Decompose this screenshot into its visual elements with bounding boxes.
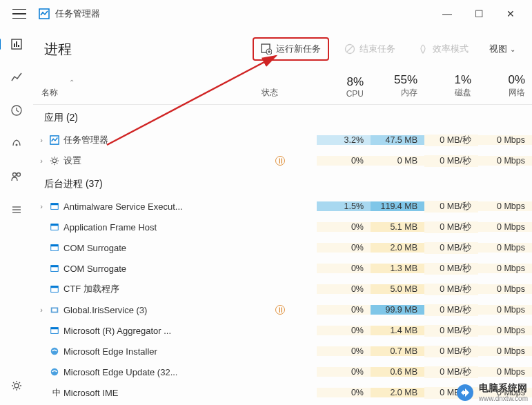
end-task-icon — [344, 43, 355, 55]
memory-cell: 0.6 MB — [371, 367, 424, 377]
cpu-cell: 0% — [317, 284, 371, 294]
process-name: COM Surrogate — [63, 243, 275, 253]
network-cell: 0 Mbps — [478, 284, 532, 294]
memory-cell: 99.9 MB — [371, 305, 424, 315]
process-name: Microsoft (R) Aggregator ... — [63, 326, 275, 336]
menu-icon[interactable] — [12, 7, 26, 21]
disk-cell: 0 MB/秒 — [424, 155, 478, 167]
memory-cell: 5.0 MB — [371, 284, 424, 294]
cpu-cell: 0% — [317, 326, 371, 335]
table-row[interactable]: COM Surrogate0%1.3 MB0 MB/秒0 Mbps — [33, 258, 532, 279]
svg-point-36 — [51, 368, 59, 376]
svg-point-20 — [52, 159, 56, 162]
process-icon — [50, 305, 63, 315]
network-cell: 0 Mbps — [478, 156, 532, 166]
svg-rect-30 — [51, 286, 59, 288]
sidebar-startup[interactable] — [8, 135, 25, 152]
svg-rect-34 — [51, 328, 59, 330]
process-name: 设置 — [63, 155, 275, 167]
network-cell: 0 Mbps — [478, 367, 532, 377]
table-row[interactable]: Application Frame Host0%5.1 MB0 MB/秒0 Mb… — [33, 217, 532, 237]
disk-cell: 0 MB/秒 — [424, 242, 478, 254]
svg-point-8 — [17, 173, 21, 177]
table-row[interactable]: ›任务管理器3.2%47.5 MB0 MB/秒0 Mbps — [33, 130, 532, 150]
table-row[interactable]: ›Antimalware Service Execut...1.5%119.4 … — [33, 196, 532, 217]
process-icon — [50, 201, 63, 211]
col-disk-header[interactable]: 1%磁盘 — [417, 73, 471, 99]
disk-cell: 0 MB/秒 — [424, 263, 478, 275]
table-row[interactable]: ›Global.IrisService (3)⏸0%99.9 MB0 MB/秒0… — [33, 299, 532, 320]
col-name-header[interactable]: ⌃ 名称 — [36, 77, 262, 99]
process-icon — [50, 264, 63, 273]
end-task-label: 结束任务 — [359, 43, 395, 55]
sidebar-performance[interactable] — [8, 69, 25, 86]
network-cell: 0 Mbps — [478, 305, 532, 315]
memory-cell: 47.5 MB — [371, 135, 424, 145]
svg-rect-28 — [51, 266, 59, 268]
svg-rect-32 — [52, 308, 57, 311]
col-memory-header[interactable]: 55%内存 — [364, 73, 417, 99]
minimize-button[interactable]: — — [431, 3, 463, 25]
memory-cell: 0 MB — [371, 156, 424, 166]
cpu-cell: 0% — [317, 264, 371, 273]
cpu-cell: 1.5% — [317, 201, 371, 211]
sidebar-processes[interactable] — [8, 36, 25, 52]
cpu-cell: 0% — [317, 156, 371, 166]
process-icon — [50, 326, 63, 335]
app-title: 任务管理器 — [55, 8, 100, 20]
sidebar-details[interactable] — [8, 201, 25, 218]
process-name: CTF 加载程序 — [63, 283, 275, 295]
cpu-cell: 0% — [317, 346, 371, 356]
memory-cell: 2.0 MB — [371, 388, 424, 397]
run-task-icon — [261, 43, 272, 55]
watermark-sub: www.dnxtw.com — [479, 395, 528, 402]
watermark-icon — [455, 383, 475, 402]
table-row[interactable]: CTF 加载程序0%5.0 MB0 MB/秒0 Mbps — [33, 279, 532, 299]
table-row[interactable]: Microsoft (R) Aggregator ...0%1.4 MB0 MB… — [33, 320, 532, 341]
group-apps: 应用 (2) — [33, 105, 532, 130]
col-cpu-header[interactable]: 8%CPU — [310, 75, 364, 99]
process-list[interactable]: 应用 (2) ›任务管理器3.2%47.5 MB0 MB/秒0 Mbps›设置⏸… — [33, 105, 532, 405]
table-row[interactable]: COM Surrogate0%2.0 MB0 MB/秒0 Mbps — [33, 237, 532, 258]
svg-point-12 — [14, 384, 19, 388]
process-icon: 中 — [50, 387, 63, 399]
view-dropdown[interactable]: 视图 ⌄ — [484, 40, 521, 58]
disk-cell: 0 MB/秒 — [424, 221, 478, 233]
end-task-button[interactable]: 结束任务 — [337, 39, 402, 59]
sidebar-history[interactable] — [8, 102, 25, 119]
efficiency-mode-button[interactable]: 效率模式 — [411, 39, 475, 59]
table-row[interactable]: ›设置⏸0%0 MB0 MB/秒0 Mbps — [33, 150, 532, 171]
expand-toggle[interactable]: › — [33, 136, 50, 144]
watermark: 电脑系统网www.dnxtw.com — [455, 382, 528, 402]
disk-cell: 0 MB/秒 — [424, 366, 478, 378]
process-icon — [50, 243, 63, 253]
run-new-task-button[interactable]: 运行新任务 — [253, 37, 329, 61]
expand-toggle[interactable]: › — [33, 306, 50, 314]
network-cell: 0 Mbps — [478, 243, 532, 253]
disk-cell: 0 MB/秒 — [424, 201, 478, 213]
sidebar-settings[interactable] — [8, 377, 25, 394]
sidebar — [0, 28, 33, 405]
network-cell: 0 Mbps — [478, 264, 532, 273]
close-button[interactable]: ✕ — [495, 3, 526, 25]
page-title: 进程 — [44, 40, 72, 59]
process-name: Global.IrisService (3) — [63, 305, 275, 315]
efficiency-icon — [417, 43, 428, 55]
svg-rect-24 — [51, 224, 59, 226]
disk-cell: 0 MB/秒 — [424, 325, 478, 337]
maximize-button[interactable]: ☐ — [463, 3, 495, 25]
expand-toggle[interactable]: › — [33, 202, 50, 210]
memory-cell: 2.0 MB — [371, 243, 424, 253]
svg-point-35 — [51, 348, 59, 355]
network-cell: 0 Mbps — [478, 222, 532, 232]
table-row[interactable]: Microsoft Edge Update (32...0%0.6 MB0 MB… — [33, 362, 532, 382]
sidebar-users[interactable] — [8, 168, 25, 185]
cpu-cell: 0% — [317, 367, 371, 377]
col-status-header[interactable]: 状态 — [262, 87, 310, 99]
table-row[interactable]: Microsoft Edge Installer0%0.7 MB0 MB/秒0 … — [33, 341, 532, 362]
process-icon — [50, 135, 63, 145]
process-icon — [50, 367, 63, 377]
svg-line-18 — [347, 46, 353, 52]
expand-toggle[interactable]: › — [33, 157, 50, 165]
col-network-header[interactable]: 0%网络 — [471, 73, 525, 99]
